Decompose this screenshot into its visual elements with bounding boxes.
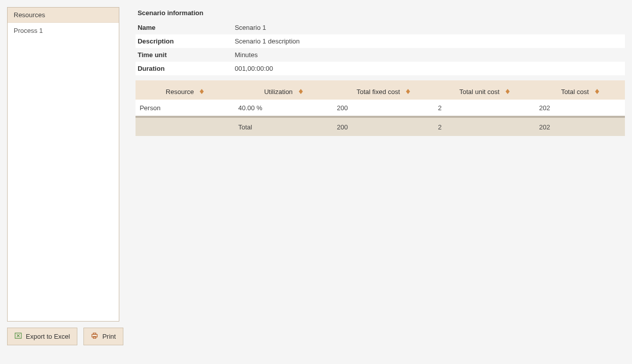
col-header-fixed-cost[interactable]: Total fixed cost (333, 83, 434, 100)
table-footer-row: Total 200 2 202 (136, 118, 625, 136)
cell-total-cost: 202 (535, 100, 625, 116)
info-label-timeunit: Time unit (138, 51, 235, 59)
cell-fixed-cost: 200 (333, 100, 434, 116)
footer-unit-cost: 2 (434, 118, 535, 136)
info-label-name: Name (138, 24, 235, 31)
col-header-resource[interactable]: Resource (136, 83, 234, 100)
export-label: Export to Excel (26, 333, 70, 340)
cell-unit-cost: 2 (434, 100, 535, 116)
info-value-timeunit: Minutes (235, 51, 258, 59)
sort-icon (299, 89, 303, 94)
footer-fixed-cost: 200 (333, 118, 434, 136)
col-header-unit-cost-label: Total unit cost (459, 88, 500, 96)
print-label: Print (102, 333, 116, 340)
cell-resource: Person (136, 100, 234, 116)
sidebar-header: Resources (8, 8, 119, 23)
info-value-duration: 001,00:00:00 (235, 65, 273, 72)
sort-icon (200, 89, 204, 94)
sort-icon (406, 89, 410, 94)
print-button[interactable]: Print (83, 328, 123, 345)
info-table: Name Scenario 1 Description Scenario 1 d… (136, 21, 625, 75)
sort-icon (595, 89, 599, 94)
sort-icon (506, 89, 510, 94)
excel-icon (15, 332, 22, 341)
info-value-name: Scenario 1 (235, 24, 266, 31)
col-header-fixed-cost-label: Total fixed cost (356, 88, 400, 96)
export-to-excel-button[interactable]: Export to Excel (7, 328, 77, 345)
col-header-utilization-label: Utilization (264, 88, 292, 96)
footer-total-cost: 202 (535, 118, 625, 136)
footer-buttons: Export to Excel Print (7, 328, 123, 345)
info-value-description: Scenario 1 description (235, 37, 300, 45)
table-header-row: Resource Utilization Total fixed cost (136, 83, 625, 100)
cell-utilization: 40.00 % (234, 100, 333, 116)
col-header-utilization[interactable]: Utilization (234, 83, 333, 100)
svg-rect-3 (94, 337, 96, 339)
col-header-unit-cost[interactable]: Total unit cost (434, 83, 535, 100)
footer-resource (136, 118, 234, 136)
print-icon (91, 332, 98, 341)
info-label-duration: Duration (138, 65, 235, 72)
info-label-description: Description (138, 37, 235, 45)
col-header-total-cost[interactable]: Total cost (535, 83, 625, 100)
main-panel: Scenario information Name Scenario 1 Des… (136, 7, 625, 136)
col-header-total-cost-label: Total cost (561, 88, 589, 96)
section-title: Scenario information (136, 7, 625, 21)
footer-total-label: Total (234, 118, 333, 136)
sidebar: Resources Process 1 (7, 7, 119, 322)
sidebar-item-process[interactable]: Process 1 (8, 23, 119, 38)
table-row: Person 40.00 % 200 2 202 (136, 100, 625, 118)
results-table: Resource Utilization Total fixed cost (136, 83, 625, 136)
svg-rect-2 (94, 333, 96, 335)
col-header-resource-label: Resource (166, 88, 194, 96)
